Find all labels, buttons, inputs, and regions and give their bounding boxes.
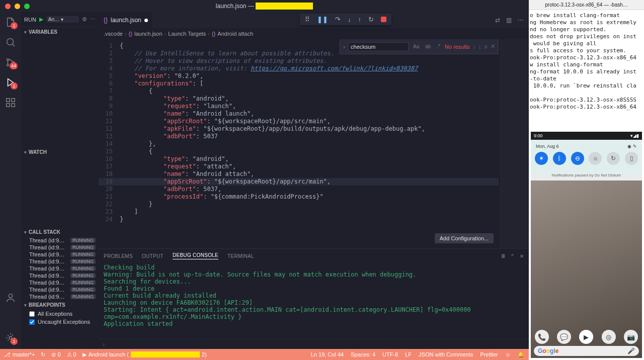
regex-icon[interactable]: .* [435,44,442,49]
explorer-icon[interactable]: 1 [5,16,17,28]
errors-count[interactable]: ⊘ 0 [51,351,60,358]
qs-wifi-icon[interactable]: ✶ [535,152,548,165]
step-into-button[interactable]: ↓ [348,16,351,23]
run-debug-icon[interactable]: 1 [5,76,17,88]
compare-icon[interactable]: ⇄ [495,17,500,24]
breakpoint-checkbox[interactable] [29,311,35,317]
editor-body[interactable]: 1{2 // Use IntelliSense to learn about p… [99,39,529,248]
config-gear-icon[interactable]: ⚙ [82,16,87,23]
account-icon[interactable] [5,292,17,304]
step-over-button[interactable]: ↷ [335,16,341,23]
thread-row[interactable]: Thread (id:9…RUNNING [21,272,99,279]
qs-rotate-icon[interactable]: ↻ [607,152,620,165]
find-replace-toggle[interactable]: › [343,44,345,50]
google-search-bar[interactable]: Google 🎤 [534,346,639,356]
debug-tools-icon[interactable]: ⋯ [90,16,96,23]
code-line[interactable]: 19 "appSrcRoot": "${workspaceRoot}/app/s… [99,178,499,186]
code-line[interactable]: 5 "version": "0.2.0", [99,72,499,80]
drag-handle-icon[interactable]: ⠿ [305,16,310,23]
watch-section-header[interactable]: ▾ WATCH [21,147,99,157]
eol[interactable]: LF [405,351,412,358]
find-prev-icon[interactable]: ↑ [473,44,476,50]
more-actions-icon[interactable]: ⋯ [518,17,524,24]
git-branch[interactable]: ⎇ master*+ [4,351,35,358]
code-line[interactable]: 14 }, [99,140,499,148]
code-line[interactable]: 22 } [99,201,499,208]
code-line[interactable]: 4 // For more information, visit: https:… [99,65,499,72]
home-wallpaper[interactable]: 📞 💬 ▶ ◎ 📷 Google 🎤 [531,181,642,358]
scm-icon[interactable]: 44 [5,56,17,68]
code-line[interactable]: 21 "processId": "${command:PickAndroidPr… [99,193,499,201]
find-close-icon[interactable]: ✕ [491,43,495,50]
code-line[interactable]: 18 "name": "Android attach", [99,170,499,178]
search-icon[interactable] [5,36,17,48]
match-whole-word-icon[interactable]: ab [424,44,432,49]
encoding[interactable]: UTF-8 [382,351,398,358]
indentation[interactable]: Spaces: 4 [351,351,375,358]
qs-bluetooth-icon[interactable]: ᛒ [553,152,566,165]
start-debug-button[interactable]: ▶ [39,16,43,23]
find-input[interactable] [348,42,409,51]
shade-settings-icons[interactable]: ◉ ✎ [627,144,637,149]
code-line[interactable]: 15 { [99,148,499,155]
breakpoints-section-header[interactable]: ▾ BREAKPOINTS [21,300,99,310]
add-configuration-button[interactable]: Add Configuration... [435,233,494,243]
qs-battery-icon[interactable]: ▯ [625,152,638,165]
code-line[interactable]: 7 { [99,87,499,95]
notifications-icon[interactable]: 🔔 [518,351,525,358]
sync-button[interactable]: ↻ [41,351,45,358]
code-line[interactable]: 6 "configurations": [ [99,80,499,87]
thread-row[interactable]: Thread (id:9…RUNNING [21,244,99,251]
find-selection-icon[interactable]: ≡ [485,44,488,50]
callstack-section-header[interactable]: ▾ CALL STACK [21,227,99,237]
config-selector[interactable]: An… ▾ [46,16,79,23]
stop-button[interactable] [381,17,386,22]
phone-app-icon[interactable]: 📞 [535,330,549,344]
thread-row[interactable]: Thread (id:9…RUNNING [21,286,99,293]
match-case-icon[interactable]: Aa [412,44,421,49]
thread-row[interactable]: Thread (id:9…RUNNING [21,265,99,272]
restart-button[interactable]: ↻ [368,16,374,23]
breakpoint-row[interactable]: Uncaught Exceptions [21,318,99,326]
code-line[interactable]: 16 "type": "android", [99,155,499,163]
qs-dnd-icon[interactable]: ⊖ [571,152,584,165]
cursor-position[interactable]: Ln 19, Col 44 [311,351,344,358]
debug-target[interactable]: ▶ Android launch (xxxxxxxxxxxxxx2) [83,351,207,358]
warnings-count[interactable]: ⚠ 0 [67,351,76,358]
code-line[interactable]: 24} [99,216,499,223]
thread-row[interactable]: Thread (id:9…RUNNING [21,251,99,258]
code-line[interactable]: 13 "adbPort": 5037 [99,133,499,140]
feedback-icon[interactable]: ☺ [505,351,511,358]
settings-icon[interactable]: 1 [5,332,17,344]
notification-shade[interactable]: Mon, Aug 6 ◉ ✎ ✶ ᛒ ⊖ ⍾ ↻ ▯ [531,140,642,170]
tab-launch-json[interactable]: {} launch.json [99,12,153,28]
code-line[interactable]: 10 "name": "Android launch", [99,110,499,118]
prettier-status[interactable]: Prettier [480,351,498,358]
tab-problems[interactable]: PROBLEMS [104,253,133,259]
minimap[interactable] [501,39,529,248]
thread-row[interactable]: Thread (id:9…RUNNING [21,279,99,286]
find-next-icon[interactable]: ↓ [478,44,481,50]
code-line[interactable]: 20 "adbPort": 5037, [99,186,499,193]
play-store-icon[interactable]: ▶ [579,330,593,344]
breakpoint-row[interactable]: All Exceptions [21,310,99,318]
camera-app-icon[interactable]: 📷 [624,330,638,344]
messages-app-icon[interactable]: 💬 [557,330,571,344]
code-line[interactable]: 23 ] [99,208,499,216]
tab-output[interactable]: OUTPUT [142,253,164,259]
code-line[interactable]: 11 "appSrcRoot": "${workspaceRoot}/app/s… [99,118,499,125]
thread-row[interactable]: Thread (id:9…RUNNING [21,258,99,265]
chrome-app-icon[interactable]: ◎ [602,330,616,344]
debug-console-input[interactable]: › [99,339,529,349]
code-line[interactable]: 9 "request": "launch", [99,103,499,110]
panel-clear-icon[interactable]: ≣ [501,253,505,259]
code-line[interactable]: 12 "apkFile": "${workspaceRoot}/app/buil… [99,125,499,133]
code-line[interactable]: 17 "request": "attach", [99,163,499,170]
language-mode[interactable]: JSON with Comments [419,351,473,358]
qs-flashlight-icon[interactable]: ⍾ [589,152,602,165]
terminal-output[interactable]: o brew install clang-format ng Homebrew … [529,10,644,113]
variables-section-header[interactable]: ▾ VARIABLES [21,27,99,37]
tab-debug-console[interactable]: DEBUG CONSOLE [173,252,218,259]
code-line[interactable]: 3 // Hover to view descriptions of exist… [99,57,499,65]
code-line[interactable]: 8 "type": "android", [99,95,499,103]
